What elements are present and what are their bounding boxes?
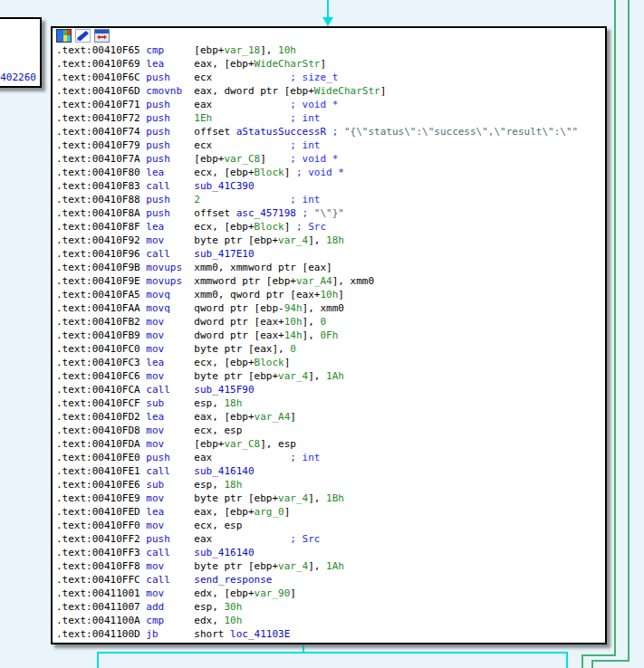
node-toolbar xyxy=(53,28,605,43)
asm-line[interactable]: .text:00410FCA call sub_415F90 xyxy=(56,383,605,396)
asm-line[interactable]: .text:00410F80 lea ecx, [ebp+Block] ; vo… xyxy=(56,166,605,179)
passing-edge-1-horizontal xyxy=(582,654,616,656)
asm-line[interactable]: .text:00410F79 push ecx ; int xyxy=(56,138,605,152)
asm-line[interactable]: .text:0041100A cmp edx, 10h xyxy=(56,614,605,627)
node-edit-button[interactable] xyxy=(75,29,91,43)
asm-line[interactable]: .text:00410FE0 push eax ; int xyxy=(56,451,605,464)
outgoing-edge-horizontal xyxy=(97,652,568,654)
outgoing-edge-right-drop xyxy=(566,652,568,668)
graph-canvas[interactable]: 402260 xyxy=(0,0,644,668)
asm-line[interactable]: .text:00410FC3 lea ecx, [ebp+Block] xyxy=(56,356,605,369)
incoming-edge-arrowhead xyxy=(322,17,333,26)
asm-line[interactable]: .text:00410FDA mov [ebp+var_C8], esp xyxy=(56,437,605,451)
asm-line[interactable]: .text:00410FE1 call sub_416140 xyxy=(56,464,605,478)
asm-line[interactable]: .text:00410FE6 sub esp, 18h xyxy=(56,478,605,491)
asm-line[interactable]: .text:00410F83 call sub_41C390 xyxy=(56,179,605,193)
group-frame-icon xyxy=(94,29,110,43)
asm-line[interactable]: .text:00410FB2 mov dword ptr [eax+10h], … xyxy=(56,315,605,329)
asm-line[interactable]: .text:00410FD2 lea eax, [ebp+var_A4] xyxy=(56,410,605,424)
asm-line[interactable]: .text:00410F71 push eax ; void * xyxy=(56,98,605,111)
asm-line[interactable]: .text:00410F9E movups xmmword ptr [ebp+v… xyxy=(56,274,605,288)
asm-line[interactable]: .text:00410FD8 mov ecx, esp xyxy=(56,424,605,437)
asm-line[interactable]: .text:00410FC0 mov byte ptr [eax], 0 xyxy=(56,342,605,356)
asm-line[interactable]: .text:00410F9B movups xmm0, xmmword ptr … xyxy=(56,261,605,274)
passing-edge-1-drop xyxy=(582,654,583,668)
passing-edge-2-vertical xyxy=(628,0,630,662)
asm-line[interactable]: .text:00410F92 mov byte ptr [ebp+var_4],… xyxy=(56,234,605,247)
passing-edge-2-drop xyxy=(591,660,593,668)
edit-pencil-icon xyxy=(75,29,91,43)
asm-line[interactable]: .text:00410FAA movq qword ptr [ebp-94h],… xyxy=(56,301,605,315)
asm-line[interactable]: .text:00410F65 cmp [ebp+var_18], 10h xyxy=(56,43,605,57)
outgoing-edge-left-drop xyxy=(97,652,99,668)
node-color-button[interactable] xyxy=(56,29,72,43)
passing-edge-2-horizontal xyxy=(591,660,630,662)
asm-line[interactable]: .text:00410FED lea eax, [ebp+arg_0] xyxy=(56,505,605,519)
asm-line[interactable]: .text:00410FF0 mov ecx, esp xyxy=(56,519,605,532)
basic-block-node[interactable]: .text:00410F65 cmp [ebp+var_18], 10h.tex… xyxy=(51,26,607,644)
asm-line[interactable]: .text:00410F6D cmovnb eax, dword ptr [eb… xyxy=(56,84,605,98)
asm-line[interactable]: .text:00410F96 call sub_417E10 xyxy=(56,247,605,261)
asm-line[interactable]: .text:00410FCF sub esp, 18h xyxy=(56,396,605,410)
asm-line[interactable]: .text:00410FE9 mov byte ptr [ebp+var_4],… xyxy=(56,491,605,505)
disassembly-lines: .text:00410F65 cmp [ebp+var_18], 10h.tex… xyxy=(53,43,605,641)
asm-line[interactable]: .text:00410FA5 movq xmm0, qword ptr [eax… xyxy=(56,288,605,301)
asm-line[interactable]: .text:00410F72 push 1Eh ; int xyxy=(56,111,605,125)
asm-line[interactable]: .text:00410F6C push ecx ; size_t xyxy=(56,71,605,84)
asm-line[interactable]: .text:0041100D jb short loc_41103E xyxy=(56,627,605,641)
asm-line[interactable]: .text:00410FB9 mov dword ptr [eax+14h], … xyxy=(56,329,605,342)
asm-line[interactable]: .text:00410F74 push offset aStatusSucces… xyxy=(56,125,605,138)
node-group-button[interactable] xyxy=(94,29,110,43)
incoming-node-label: 402260 xyxy=(0,72,36,83)
asm-line[interactable]: .text:00410F8F lea ecx, [ebp+Block] ; Sr… xyxy=(56,220,605,234)
asm-line[interactable]: .text:00410F69 lea eax, [ebp+WideCharStr… xyxy=(56,57,605,71)
asm-line[interactable]: .text:00411001 mov edx, [ebp+var_90] xyxy=(56,587,605,600)
asm-line[interactable]: .text:00410FC6 mov byte ptr [ebp+var_4],… xyxy=(56,369,605,383)
asm-line[interactable]: .text:00410FF3 call sub_416140 xyxy=(56,546,605,559)
incoming-node-partial[interactable]: 402260 xyxy=(0,17,42,88)
asm-line[interactable]: .text:00411007 add esp, 30h xyxy=(56,600,605,614)
asm-line[interactable]: .text:00410FF8 mov byte ptr [ebp+var_4],… xyxy=(56,559,605,573)
asm-line[interactable]: .text:00410F7A push [ebp+var_C8] ; void … xyxy=(56,152,605,166)
asm-line[interactable]: .text:00410F88 push 2 ; int xyxy=(56,193,605,206)
asm-line[interactable]: .text:00410F8A push offset asc_457198 ; … xyxy=(56,206,605,220)
passing-edge-1-vertical xyxy=(614,0,616,656)
incoming-edge-line xyxy=(327,0,329,18)
color-palette-icon xyxy=(56,29,72,43)
asm-line[interactable]: .text:00410FF2 push eax ; Src xyxy=(56,532,605,546)
asm-line[interactable]: .text:00410FFC call send_response xyxy=(56,573,605,587)
